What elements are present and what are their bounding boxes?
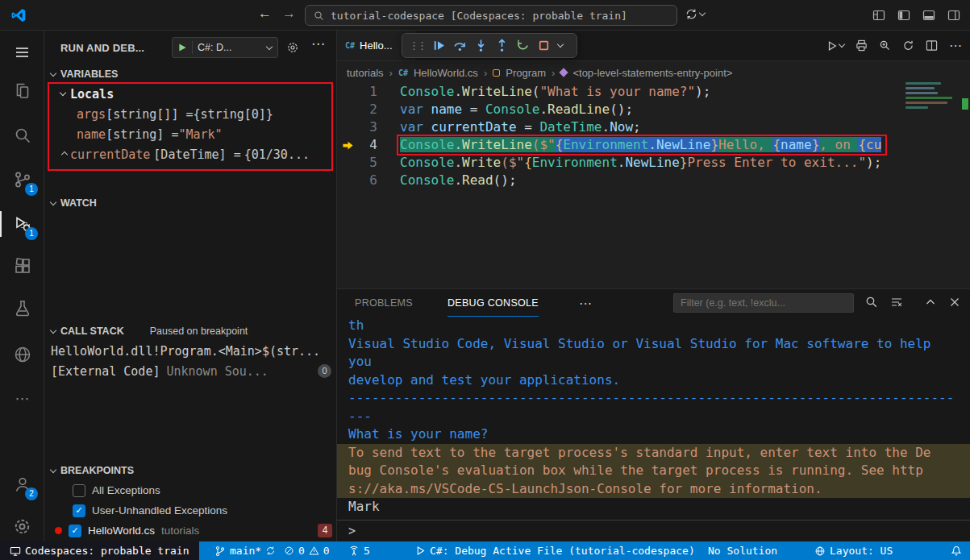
radio-tower-icon bbox=[348, 545, 360, 557]
line-number: 5 bbox=[361, 154, 377, 172]
source-control-icon[interactable]: 1 bbox=[0, 164, 44, 196]
search-icon[interactable] bbox=[0, 119, 44, 151]
split-editor-icon[interactable] bbox=[926, 39, 938, 52]
search-editor-icon[interactable] bbox=[879, 39, 891, 52]
ports-indicator[interactable]: 5 bbox=[348, 541, 370, 560]
overview-ruler-marker bbox=[962, 98, 968, 110]
toggle-panel-icon[interactable] bbox=[922, 9, 935, 22]
step-into-button[interactable] bbox=[474, 39, 488, 52]
variable-row-expandable[interactable]: currentDate [DateTime] = {01/30... bbox=[62, 144, 310, 164]
command-center-text: tutorial-codespace [Codespaces: probable… bbox=[331, 10, 627, 22]
solution-status-item[interactable]: No Solution bbox=[708, 541, 777, 560]
code-editor[interactable]: 1Console.WriteLine("What is your name?")… bbox=[337, 81, 970, 288]
keyboard-layout-item[interactable]: Layout: US bbox=[814, 541, 893, 560]
continue-button[interactable] bbox=[432, 39, 446, 52]
watch-section-header[interactable]: WATCH bbox=[44, 193, 337, 213]
maximize-panel-icon[interactable] bbox=[924, 296, 937, 309]
debug-status-item[interactable]: C#: Debug Active File (tutorial-codespac… bbox=[415, 541, 695, 560]
vscode-logo-icon[interactable] bbox=[10, 7, 27, 23]
console-line: develop and test your applications. bbox=[337, 371, 970, 390]
settings-gear-icon[interactable] bbox=[0, 510, 44, 542]
glyph-margin bbox=[337, 154, 361, 172]
back-arrow-icon[interactable]: ← bbox=[258, 6, 272, 22]
code-line[interactable]: 3var currentDate = DateTime.Now; bbox=[337, 118, 970, 136]
glyph-margin bbox=[337, 118, 361, 136]
console-filter-input[interactable] bbox=[674, 294, 853, 312]
code-line[interactable]: 2var name = Console.ReadLine(); bbox=[337, 101, 970, 118]
customize-layout-icon[interactable] bbox=[872, 9, 885, 22]
toggle-primary-sidebar-icon[interactable] bbox=[897, 9, 910, 22]
close-panel-icon[interactable] bbox=[948, 296, 961, 309]
variables-section-header[interactable]: VARIABLES bbox=[44, 64, 337, 84]
breakpoint-row[interactable]: All Exceptions bbox=[73, 480, 160, 500]
errors-icon bbox=[284, 545, 294, 556]
clear-console-icon[interactable] bbox=[890, 296, 903, 309]
chevron-right-icon bbox=[61, 151, 68, 158]
run-or-debug-button[interactable] bbox=[826, 40, 844, 52]
remote-indicator[interactable]: Codespaces: probable train bbox=[0, 541, 199, 560]
call-stack-section-header[interactable]: CALL STACK Paused on breakpoint bbox=[44, 321, 337, 341]
stack-frame-row[interactable]: [External Code] Unknown Sou... 0 bbox=[51, 361, 331, 381]
forward-arrow-icon[interactable]: → bbox=[282, 6, 296, 22]
vscode-window: ← → tutorial-codespace [Codespaces: prob… bbox=[0, 0, 970, 560]
breakpoint-row[interactable]: ✓ HelloWorld.cs tutorials 4 bbox=[55, 521, 332, 541]
stop-button[interactable] bbox=[537, 39, 551, 52]
debug-settings-gear-icon[interactable] bbox=[286, 41, 299, 54]
views-more-actions-icon[interactable]: ⋯ bbox=[311, 35, 325, 52]
breakpoint-row[interactable]: ✓ User-Unhandled Exceptions bbox=[73, 500, 227, 521]
variable-row[interactable]: name [string] = "Mark" bbox=[77, 124, 223, 144]
branch-indicator[interactable]: main* bbox=[214, 541, 276, 560]
chevron-down-icon bbox=[50, 466, 56, 472]
editor-region: C# Hello... ⋯ bbox=[337, 31, 970, 541]
minimap[interactable] bbox=[905, 82, 959, 111]
code-line[interactable]: 1Console.WriteLine("What is your name?")… bbox=[337, 83, 970, 101]
start-debugging-icon[interactable] bbox=[178, 43, 187, 52]
debug-console-input[interactable]: > bbox=[337, 520, 970, 541]
testing-icon[interactable] bbox=[0, 292, 44, 325]
editor-more-actions-icon[interactable]: ⋯ bbox=[949, 38, 962, 53]
toolbar-drag-handle[interactable]: ⋮⋮ bbox=[409, 39, 425, 52]
remote-menu-icon[interactable] bbox=[685, 8, 705, 20]
tab-problems[interactable]: PROBLEMS bbox=[355, 289, 413, 317]
explorer-icon[interactable] bbox=[0, 75, 44, 107]
refresh-icon[interactable] bbox=[902, 39, 914, 52]
debug-toolbar-chevron-icon[interactable] bbox=[557, 41, 564, 48]
breakpoints-section-header[interactable]: BREAKPOINTS bbox=[44, 461, 337, 480]
notifications-bell-icon[interactable] bbox=[951, 541, 962, 560]
run-and-debug-icon[interactable]: 1 bbox=[0, 208, 44, 240]
code-line[interactable]: 4Console.WriteLine($"{Environment.NewLin… bbox=[337, 136, 970, 154]
extensions-icon[interactable] bbox=[0, 250, 44, 282]
step-out-button[interactable] bbox=[495, 39, 509, 52]
tab-debug-console[interactable]: DEBUG CONSOLE bbox=[448, 289, 539, 317]
print-icon[interactable] bbox=[856, 39, 868, 52]
checkbox-checked[interactable]: ✓ bbox=[69, 525, 81, 537]
step-over-button[interactable] bbox=[453, 39, 467, 52]
stack-frame-row[interactable]: HelloWorld.dll!Program.<Main>$(str... bbox=[51, 341, 320, 361]
pause-reason-label: Paused on breakpoint bbox=[150, 326, 248, 337]
breadcrumb[interactable]: tutorials › C# HelloWorld.cs › Program ›… bbox=[347, 63, 732, 82]
accounts-icon[interactable]: 2 bbox=[0, 468, 44, 500]
find-icon[interactable] bbox=[865, 296, 878, 309]
remote-explorer-icon[interactable] bbox=[0, 338, 44, 371]
chevron-down-icon bbox=[60, 89, 66, 96]
search-icon bbox=[314, 10, 324, 21]
console-line: To send text to the target process's sta… bbox=[337, 444, 970, 463]
accounts-badge: 2 bbox=[25, 487, 38, 500]
command-center-search[interactable]: tutorial-codespace [Codespaces: probable… bbox=[305, 5, 677, 26]
checkbox-checked[interactable]: ✓ bbox=[73, 504, 85, 517]
additional-views-icon[interactable]: ⋯ bbox=[0, 383, 44, 415]
debug-console-output[interactable]: thVisual Studio Code, Visual Studio or V… bbox=[337, 317, 970, 521]
panel-more-actions-icon[interactable]: ⋯ bbox=[579, 296, 592, 311]
console-filter-box[interactable] bbox=[673, 293, 854, 313]
variable-row[interactable]: args [string[]] = {string[0]} bbox=[77, 104, 273, 124]
toggle-secondary-sidebar-icon[interactable] bbox=[947, 9, 960, 22]
checkbox-unchecked[interactable] bbox=[73, 484, 85, 497]
debug-config-dropdown[interactable]: C#: D... bbox=[172, 37, 278, 58]
locals-scope-row[interactable]: Locals bbox=[60, 84, 114, 104]
restart-button[interactable] bbox=[516, 39, 530, 52]
code-line[interactable]: 5Console.Write($"{Environment.NewLine}Pr… bbox=[337, 154, 970, 172]
code-line[interactable]: 6Console.Read(); bbox=[337, 172, 970, 189]
problems-indicator[interactable]: 0 0 bbox=[284, 541, 330, 560]
menu-icon[interactable] bbox=[0, 36, 44, 68]
method-symbol-icon bbox=[560, 68, 568, 77]
